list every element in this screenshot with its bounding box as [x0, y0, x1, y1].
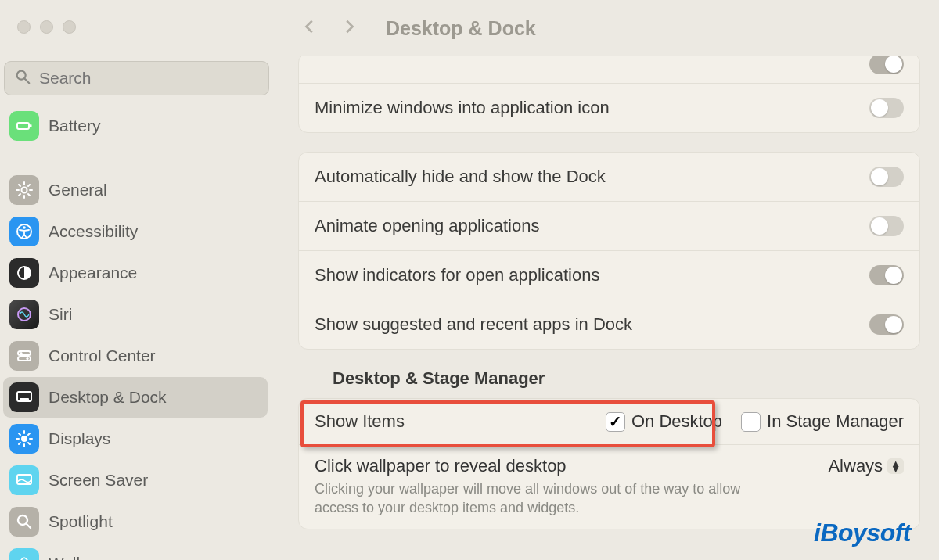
row-label: Show suggested and recent apps in Dock — [315, 314, 632, 335]
svg-point-15 — [21, 436, 27, 442]
toggle-partial[interactable] — [869, 56, 904, 74]
siri-icon — [9, 300, 39, 329]
zoom-window-dot[interactable] — [63, 20, 76, 34]
sidebar-item-label: Battery — [49, 117, 101, 135]
appearance-icon — [9, 258, 39, 288]
search-field[interactable] — [4, 61, 269, 95]
settings-group-2: Automatically hide and show the Dock Ani… — [298, 152, 920, 350]
toggle-suggested[interactable] — [869, 314, 904, 335]
wallpaper-icon — [9, 548, 39, 560]
sidebar-item-label: Wallpaper — [49, 554, 122, 560]
sidebar: Battery General Accessibility Appearance — [0, 0, 279, 560]
header: Desktop & Dock — [279, 0, 939, 56]
reveal-label: Click wallpaper to reveal desktop — [315, 456, 567, 476]
row-label: Show indicators for open applications — [315, 265, 599, 285]
svg-rect-16 — [17, 475, 31, 484]
screensaver-icon — [9, 465, 39, 495]
row-indicators: Show indicators for open applications — [299, 251, 919, 300]
row-label: Minimize windows into application icon — [315, 98, 610, 118]
settings-group-1: x Minimize windows into application icon — [298, 56, 920, 133]
row-partial-top: x — [299, 56, 919, 84]
on-desktop-label: On Desktop — [631, 411, 722, 432]
sidebar-item-wallpaper[interactable]: Wallpaper — [3, 543, 268, 560]
toggle-autohide[interactable] — [869, 167, 904, 187]
row-animate: Animate opening applications — [299, 202, 919, 251]
battery-icon — [9, 111, 39, 141]
svg-point-6 — [23, 226, 26, 229]
svg-rect-9 — [18, 351, 31, 355]
svg-line-1 — [25, 79, 30, 84]
stepper-arrows-icon: ▲▼ — [887, 458, 904, 474]
svg-point-12 — [26, 357, 28, 360]
sidebar-item-label: Displays — [49, 429, 110, 448]
spotlight-icon — [9, 507, 39, 537]
sidebar-item-battery[interactable]: Battery — [3, 106, 268, 146]
row-label: Animate opening applications — [315, 216, 539, 236]
watermark: iBoysoft — [814, 519, 911, 547]
svg-point-10 — [20, 352, 22, 354]
displays-icon — [9, 424, 39, 454]
sidebar-item-label: Screen Saver — [49, 471, 148, 490]
sidebar-item-label: Siri — [49, 305, 72, 324]
reveal-description: Clicking your wallpaper will move all wi… — [315, 479, 753, 518]
dock-icon — [9, 382, 39, 412]
sidebar-item-siri[interactable]: Siri — [3, 294, 268, 335]
svg-rect-2 — [17, 123, 29, 129]
toggle-minimize[interactable] — [869, 98, 904, 118]
in-stage-label: In Stage Manager — [767, 411, 904, 432]
search-icon — [14, 68, 31, 88]
show-items-label: Show Items — [315, 411, 405, 432]
settings-group-stage: Show Items On Desktop In Stage Manager C… — [298, 398, 920, 529]
row-label: Automatically hide and show the Dock — [315, 167, 606, 187]
row-minimize: Minimize windows into application icon — [299, 84, 919, 132]
checkbox-on-desktop[interactable] — [606, 412, 625, 432]
sidebar-item-label: Appearance — [49, 264, 137, 282]
sidebar-item-displays[interactable]: Displays — [3, 418, 268, 459]
checkbox-in-stage[interactable] — [741, 412, 761, 432]
svg-rect-3 — [30, 124, 32, 127]
sidebar-nav: Battery General Accessibility Appearance — [0, 105, 279, 560]
sidebar-item-desktop-dock[interactable]: Desktop & Dock — [3, 377, 268, 418]
sidebar-item-label: Control Center — [49, 346, 156, 365]
sidebar-item-spotlight[interactable]: Spotlight — [3, 501, 268, 542]
search-input[interactable] — [39, 69, 259, 88]
sidebar-item-label: Desktop & Dock — [49, 388, 167, 407]
sidebar-item-screen-saver[interactable]: Screen Saver — [3, 460, 268, 501]
forward-button[interactable] — [340, 16, 358, 41]
row-suggested: Show suggested and recent apps in Dock — [299, 300, 919, 349]
row-show-items: Show Items On Desktop In Stage Manager — [299, 399, 919, 445]
sidebar-item-general[interactable]: General — [3, 170, 268, 210]
reveal-value: Always — [828, 456, 883, 476]
svg-line-18 — [27, 524, 31, 528]
back-button[interactable] — [301, 16, 318, 41]
sidebar-item-label: Accessibility — [49, 222, 138, 241]
toggle-animate[interactable] — [869, 216, 904, 236]
sidebar-item-accessibility[interactable]: Accessibility — [3, 211, 268, 252]
section-title: Desktop & Stage Manager — [333, 368, 920, 389]
accessibility-icon — [9, 217, 39, 246]
sidebar-item-label: Spotlight — [49, 512, 113, 531]
row-autohide: Automatically hide and show the Dock — [299, 153, 919, 202]
gear-icon — [9, 175, 39, 205]
minimize-window-dot[interactable] — [40, 20, 53, 34]
main-panel: Desktop & Dock x Minimize windows into a… — [279, 0, 939, 560]
svg-rect-14 — [20, 398, 29, 400]
sidebar-item-control-center[interactable]: Control Center — [3, 336, 268, 376]
sidebar-item-appearance[interactable]: Appearance — [3, 253, 268, 293]
toggle-indicators[interactable] — [869, 265, 904, 285]
row-reveal-desktop: Click wallpaper to reveal desktop Always… — [299, 445, 919, 529]
svg-point-4 — [22, 188, 27, 193]
close-window-dot[interactable] — [17, 20, 31, 34]
reveal-select[interactable]: Always ▲▼ — [828, 456, 904, 476]
page-title: Desktop & Dock — [386, 17, 536, 40]
window-controls — [0, 0, 279, 47]
sidebar-item-label: General — [49, 181, 107, 199]
control-center-icon — [9, 341, 39, 371]
